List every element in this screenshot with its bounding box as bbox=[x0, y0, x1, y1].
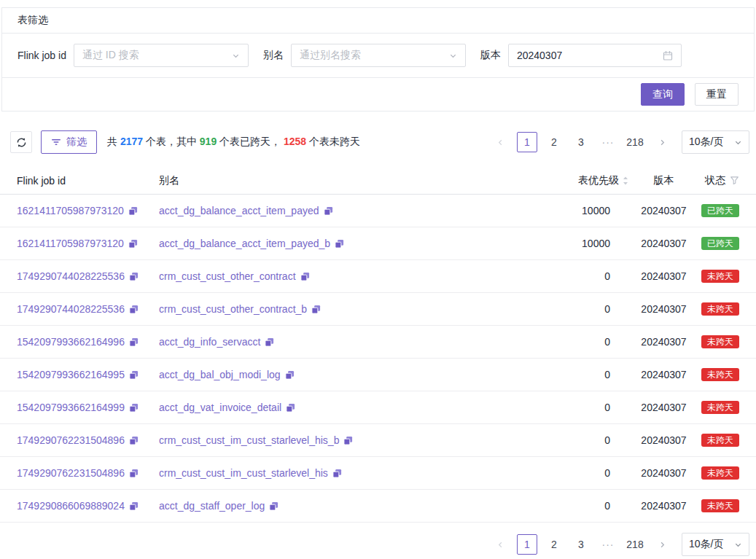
copy-icon[interactable] bbox=[286, 403, 295, 413]
stat-total: 2177 bbox=[120, 136, 143, 147]
table-row: 1542097993662164996 acct_dg_info_servacc… bbox=[0, 326, 756, 359]
prev-page-icon[interactable] bbox=[490, 132, 510, 152]
table-row: 1542097993662164995 acct_dg_bal_obj_modi… bbox=[0, 359, 756, 391]
page-number[interactable]: ··· bbox=[598, 132, 618, 152]
page-size-select[interactable]: 10条/页 bbox=[682, 533, 749, 556]
col-header-version: 版本 bbox=[629, 174, 698, 187]
col-header-job-id: Flink job id bbox=[17, 175, 159, 187]
job-id-link[interactable]: 1621411705987973120 bbox=[17, 238, 124, 249]
version-value: 20240307 bbox=[629, 402, 698, 413]
filter-button-label: 筛选 bbox=[66, 136, 87, 149]
priority-value: 0 bbox=[531, 402, 629, 413]
page-number[interactable]: 2 bbox=[544, 534, 564, 555]
copy-icon[interactable] bbox=[128, 239, 138, 249]
copy-icon[interactable] bbox=[129, 337, 139, 347]
copy-icon[interactable] bbox=[129, 403, 139, 413]
priority-value: 0 bbox=[531, 500, 629, 512]
copy-icon[interactable] bbox=[129, 501, 139, 511]
job-id-link[interactable]: 1621411705987973120 bbox=[17, 205, 124, 216]
next-page-icon[interactable] bbox=[652, 534, 672, 555]
version-value: 20240307 bbox=[629, 434, 698, 446]
copy-icon[interactable] bbox=[129, 370, 139, 380]
table-row: 1621411705987973120 acct_dg_balance_acct… bbox=[0, 195, 756, 227]
refresh-icon bbox=[16, 137, 27, 148]
reset-button[interactable]: 重置 bbox=[695, 83, 739, 106]
copy-icon[interactable] bbox=[285, 370, 295, 380]
page-number[interactable]: 2 bbox=[544, 132, 564, 152]
priority-value: 10000 bbox=[531, 205, 629, 216]
copy-icon[interactable] bbox=[129, 305, 139, 314]
page-number[interactable]: 3 bbox=[571, 132, 591, 152]
copy-icon[interactable] bbox=[300, 272, 310, 281]
alias-link[interactable]: acct_dg_info_servacct bbox=[159, 336, 260, 348]
alias-link[interactable]: crm_cust_cust_other_contract_b bbox=[159, 303, 307, 315]
copy-icon[interactable] bbox=[335, 239, 344, 249]
prev-page-icon[interactable] bbox=[490, 534, 510, 555]
version-value: 20240307 bbox=[517, 50, 562, 61]
table-row: 1749290762231504896 crm_cust_cust_im_cus… bbox=[0, 424, 756, 457]
next-page-icon[interactable] bbox=[652, 132, 672, 152]
copy-icon[interactable] bbox=[265, 337, 274, 347]
alias-link[interactable]: acct_dg_bal_obj_modi_log bbox=[159, 369, 281, 380]
bottom-bar: 1 2 3 ··· 218 10条/页 bbox=[0, 528, 756, 559]
page-number[interactable]: 218 bbox=[625, 132, 645, 152]
alias-link[interactable]: acct_dg_balance_acct_item_payed bbox=[159, 205, 319, 216]
filter-row: Flink job id 通过 ID 搜索 别名 通过别名搜索 版本 20240… bbox=[2, 34, 754, 78]
copy-icon[interactable] bbox=[311, 305, 321, 314]
alias-link[interactable]: crm_cust_cust_im_cust_starlevel_his_b bbox=[159, 434, 339, 446]
job-id-field: Flink job id 通过 ID 搜索 bbox=[17, 44, 249, 67]
col-header-status: 状态 bbox=[698, 174, 739, 187]
query-button[interactable]: 查询 bbox=[641, 83, 685, 106]
job-id-link[interactable]: 1542097993662164996 bbox=[17, 336, 125, 348]
page-number[interactable]: ··· bbox=[598, 534, 618, 555]
status-badge: 未跨天 bbox=[701, 335, 739, 348]
copy-icon[interactable] bbox=[129, 469, 139, 478]
copy-icon[interactable] bbox=[129, 436, 139, 445]
priority-value: 0 bbox=[531, 303, 629, 315]
copy-icon[interactable] bbox=[269, 501, 278, 511]
copy-icon[interactable] bbox=[324, 206, 333, 216]
page-size-value: 10条/页 bbox=[689, 136, 723, 149]
alias-field: 别名 通过别名搜索 bbox=[263, 44, 466, 67]
copy-icon[interactable] bbox=[128, 206, 138, 216]
filter-button[interactable]: 筛选 bbox=[41, 130, 97, 154]
col-header-priority[interactable]: 表优先级 bbox=[531, 174, 629, 187]
job-id-link[interactable]: 1542097993662164995 bbox=[17, 369, 125, 380]
sort-icon[interactable] bbox=[622, 176, 629, 186]
page-number[interactable]: 3 bbox=[571, 534, 591, 555]
job-id-select[interactable]: 通过 ID 搜索 bbox=[74, 44, 249, 67]
page-number[interactable]: 1 bbox=[517, 132, 537, 152]
page-number[interactable]: 1 bbox=[517, 534, 537, 555]
alias-select[interactable]: 通过别名搜索 bbox=[291, 44, 466, 67]
chevron-down-icon bbox=[232, 52, 240, 60]
copy-icon[interactable] bbox=[332, 469, 342, 478]
table-stats: 共 2177 个表，其中 919 个表已跨天， 1258 个表未跨天 bbox=[107, 136, 360, 149]
job-id-link[interactable]: 1542097993662164999 bbox=[17, 402, 125, 413]
copy-icon[interactable] bbox=[129, 272, 139, 281]
alias-link[interactable]: crm_cust_cust_other_contract bbox=[159, 270, 296, 282]
alias-link[interactable]: acct_dg_vat_invoice_detail bbox=[159, 402, 281, 413]
alias-link[interactable]: crm_cust_cust_im_cust_starlevel_his bbox=[159, 467, 328, 479]
table-row: 1749290744028225536 crm_cust_cust_other_… bbox=[0, 293, 756, 326]
job-id-link[interactable]: 1749290744028225536 bbox=[17, 303, 125, 315]
job-id-link[interactable]: 1749290866069889024 bbox=[17, 500, 125, 512]
version-value: 20240307 bbox=[629, 336, 698, 348]
alias-placeholder: 通过别名搜索 bbox=[300, 49, 361, 62]
job-id-link[interactable]: 1749290762231504896 bbox=[17, 467, 125, 479]
alias-link[interactable]: acct_dg_staff_oper_log bbox=[159, 500, 265, 512]
job-id-link[interactable]: 1749290762231504896 bbox=[17, 434, 125, 446]
table-toolbar: 筛选 共 2177 个表，其中 919 个表已跨天， 1258 个表未跨天 1 … bbox=[0, 129, 756, 155]
alias-link[interactable]: acct_dg_balance_acct_item_payed_b bbox=[159, 238, 330, 249]
status-badge: 未跨天 bbox=[701, 434, 739, 447]
stat-uncrossed: 1258 bbox=[284, 136, 306, 147]
page-number[interactable]: 218 bbox=[625, 534, 645, 555]
job-id-link[interactable]: 1749290744028225536 bbox=[17, 270, 125, 282]
copy-icon[interactable] bbox=[343, 436, 353, 445]
version-date-input[interactable]: 20240307 bbox=[508, 44, 682, 67]
col-header-alias: 别名 bbox=[159, 174, 531, 187]
version-value: 20240307 bbox=[629, 369, 698, 380]
table-row: 1542097993662164999 acct_dg_vat_invoice_… bbox=[0, 391, 756, 424]
page-size-select[interactable]: 10条/页 bbox=[682, 130, 749, 154]
filter-funnel-icon[interactable] bbox=[730, 176, 739, 185]
refresh-button[interactable] bbox=[10, 131, 32, 153]
